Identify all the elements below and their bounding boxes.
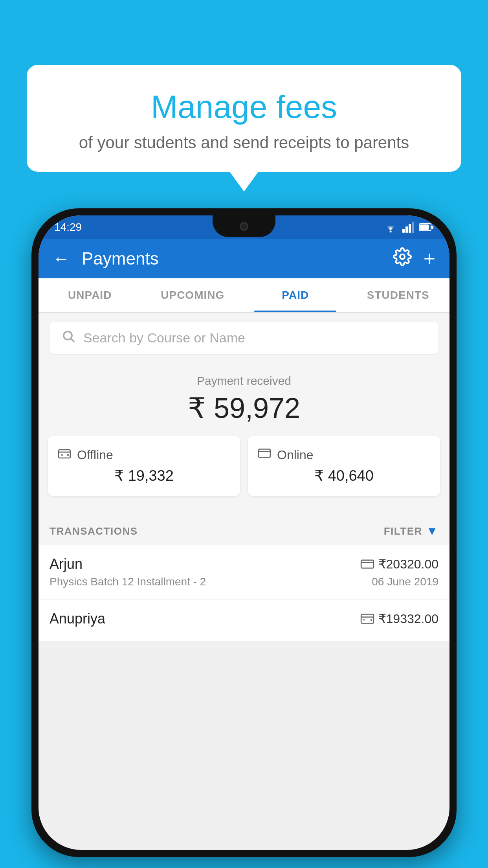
online-card-header: Online [257, 447, 431, 462]
svg-rect-4 [412, 222, 414, 233]
svg-rect-3 [409, 224, 411, 233]
tab-upcoming[interactable]: UPCOMING [141, 278, 244, 312]
tabs-bar: UNPAID UPCOMING PAID STUDENTS [39, 278, 449, 313]
svg-rect-1 [402, 229, 405, 233]
svg-point-14 [67, 454, 69, 456]
tab-unpaid[interactable]: UNPAID [39, 278, 141, 312]
svg-point-0 [390, 231, 392, 233]
battery-icon [419, 223, 434, 232]
search-bar[interactable]: Search by Course or Name [50, 322, 438, 354]
payment-amount: ₹ 59,972 [39, 392, 449, 425]
filter-icon: ▼ [426, 524, 438, 538]
back-button[interactable]: ← [53, 249, 70, 268]
tab-students[interactable]: STUDENTS [347, 278, 450, 312]
notch [213, 215, 275, 237]
payment-label: Payment received [39, 374, 449, 388]
status-time: 14:29 [54, 221, 82, 234]
bubble-subtitle: of your students and send receipts to pa… [46, 133, 442, 152]
wifi-icon [383, 222, 398, 233]
transaction-top: Anupriya ₹19332.00 [50, 611, 438, 627]
filter-label: FILTER [384, 525, 422, 537]
svg-rect-19 [361, 614, 374, 623]
transactions-label: TRANSACTIONS [50, 525, 138, 537]
filter-button[interactable]: FILTER ▼ [384, 524, 438, 538]
payment-cards: Offline ₹ 19,332 Online [39, 436, 449, 507]
student-name: Anupriya [50, 611, 105, 627]
offline-icon [57, 447, 72, 462]
course-info: Physics Batch 12 Installment - 2 [50, 576, 206, 588]
offline-label: Offline [77, 448, 113, 462]
svg-line-10 [71, 338, 74, 342]
payment-section: Payment received ₹ 59,972 [39, 362, 449, 515]
speech-bubble: Manage fees of your students and send re… [27, 65, 461, 172]
svg-rect-11 [59, 450, 70, 458]
search-icon [61, 329, 75, 347]
offline-payment-icon [360, 614, 374, 624]
transaction-amount: ₹20320.00 [360, 557, 438, 572]
settings-button[interactable] [393, 247, 412, 270]
student-name: Arjun [50, 556, 83, 572]
online-payment-icon [360, 559, 374, 569]
online-amount: ₹ 40,640 [257, 467, 431, 484]
tab-paid[interactable]: PAID [244, 278, 347, 312]
signal-icon [402, 222, 414, 233]
offline-card: Offline ₹ 19,332 [48, 436, 240, 496]
svg-point-22 [370, 619, 372, 621]
transaction-date: 06 June 2019 [372, 576, 438, 588]
offline-card-header: Offline [57, 447, 231, 462]
online-card: Online ₹ 40,640 [248, 436, 440, 496]
offline-amount: ₹ 19,332 [57, 467, 231, 484]
add-button[interactable]: + [424, 247, 435, 270]
status-bar: 14:29 [39, 215, 449, 239]
phone-frame: 14:29 [31, 208, 457, 857]
transactions-header: TRANSACTIONS FILTER ▼ [39, 515, 449, 545]
app-bar: ← Payments + [39, 239, 449, 278]
app-title: Payments [82, 249, 385, 268]
transaction-row[interactable]: Arjun ₹20320.00 Physics Batch 12 Install… [39, 545, 449, 600]
svg-rect-6 [420, 224, 429, 230]
bubble-title: Manage fees [46, 88, 442, 125]
svg-rect-7 [431, 226, 433, 229]
svg-rect-15 [259, 449, 270, 458]
transaction-top: Arjun ₹20320.00 [50, 556, 438, 572]
status-icons [383, 222, 434, 233]
transaction-amount: ₹19332.00 [360, 611, 438, 626]
svg-point-9 [64, 331, 72, 340]
svg-rect-17 [361, 560, 374, 568]
phone-screen: 14:29 [39, 215, 449, 850]
search-placeholder: Search by Course or Name [83, 330, 245, 346]
transaction-bottom: Physics Batch 12 Installment - 2 06 June… [50, 576, 438, 588]
camera [240, 222, 248, 231]
app-bar-actions: + [393, 247, 435, 270]
transaction-list: Arjun ₹20320.00 Physics Batch 12 Install… [39, 545, 449, 642]
online-icon [257, 447, 272, 462]
search-section: Search by Course or Name [39, 313, 449, 362]
online-label: Online [277, 448, 314, 462]
svg-rect-2 [405, 226, 408, 233]
svg-point-8 [400, 254, 405, 259]
transaction-row[interactable]: Anupriya ₹19332.00 [39, 600, 449, 642]
